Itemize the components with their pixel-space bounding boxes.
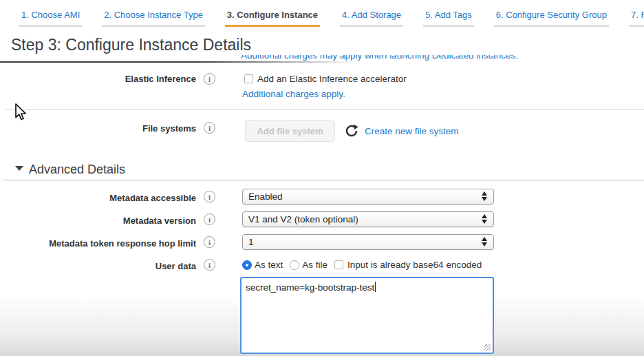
select-stepper-icon: [482, 237, 487, 247]
user-data-text: secret_name=kg-bootstrap-test: [246, 282, 374, 293]
row-divider: [6, 109, 644, 110]
additional-charges-link[interactable]: Additional charges apply.: [242, 89, 345, 99]
tab-add-storage[interactable]: 4. Add Storage: [340, 10, 403, 27]
wizard-header: 1. Choose AMI 2. Choose Instance Type 3.…: [0, 0, 644, 55]
elastic-inference-checkbox[interactable]: [244, 74, 253, 83]
metadata-version-select[interactable]: V1 and V2 (token optional): [242, 211, 494, 227]
tab-add-storage-label: 4. Add Storage: [342, 10, 401, 20]
tab-configure-instance[interactable]: 3. Configure Instance: [225, 10, 320, 27]
user-data-label: User data: [0, 261, 196, 271]
tab-choose-ami[interactable]: 1. Choose AMI: [19, 10, 82, 27]
mouse-pointer-icon: [14, 103, 28, 125]
tab-configure-security-group-label: 6. Configure Security Group: [496, 10, 607, 20]
user-data-info-icon[interactable]: i: [204, 259, 215, 271]
tab-add-tags-label: 5. Add Tags: [425, 10, 472, 20]
select-stepper-icon: [482, 214, 487, 224]
as-text-radio[interactable]: [242, 260, 252, 270]
metadata-version-label: Metadata version: [0, 216, 196, 226]
metadata-accessible-info-icon[interactable]: i: [204, 191, 215, 202]
page-title: Step 3: Configure Instance Details: [11, 36, 251, 54]
metadata-accessible-value: Enabled: [248, 191, 283, 202]
as-file-radio-label: As file: [302, 260, 328, 270]
tab-configure-security-group[interactable]: 6. Configure Security Group: [494, 10, 609, 27]
tab-choose-ami-label: 1. Choose AMI: [21, 10, 80, 20]
metadata-hop-limit-info-icon[interactable]: i: [204, 236, 215, 248]
metadata-version-info-icon[interactable]: i: [204, 213, 215, 225]
metadata-accessible-select[interactable]: Enabled: [242, 189, 494, 205]
create-new-file-system-link[interactable]: Create new file system: [365, 126, 459, 136]
add-file-system-button[interactable]: Add file system: [245, 120, 335, 142]
as-text-radio-label: As text: [255, 260, 283, 270]
file-systems-info-icon[interactable]: i: [204, 122, 215, 134]
elastic-inference-label: Elastic Inference: [0, 74, 196, 84]
tab-review[interactable]: 7. Review: [629, 10, 644, 27]
metadata-accessible-label: Metadata accessible: [0, 193, 196, 203]
refresh-icon[interactable]: [345, 124, 358, 140]
user-data-textarea[interactable]: secret_name=kg-bootstrap-test: [240, 277, 494, 354]
tab-configure-instance-label: 3. Configure Instance: [227, 10, 318, 20]
elastic-inference-info-icon[interactable]: i: [204, 73, 215, 85]
ec2-launch-wizard-page: Additional charges may apply when launch…: [0, 0, 644, 356]
advanced-details-collapse-icon[interactable]: [15, 166, 23, 171]
metadata-hop-limit-select[interactable]: 1: [242, 234, 494, 250]
tab-review-label: 7. Review: [631, 10, 644, 20]
wizard-step-tabs: 1. Choose AMI 2. Choose Instance Type 3.…: [0, 0, 644, 27]
title-divider-line: [0, 61, 358, 63]
advanced-details-header[interactable]: Advanced Details: [29, 163, 125, 177]
tab-choose-instance-type[interactable]: 2. Choose Instance Type: [102, 10, 205, 27]
tab-choose-instance-type-label: 2. Choose Instance Type: [104, 10, 203, 20]
file-systems-label: File systems: [0, 123, 196, 134]
metadata-hop-limit-value: 1: [248, 237, 254, 247]
base64-encoded-checkbox-label: Input is already base64 encoded: [347, 260, 482, 270]
select-stepper-icon: [482, 191, 487, 201]
text-caret: [375, 282, 376, 292]
metadata-hop-limit-label: Metadata token response hop limit: [0, 238, 196, 249]
textarea-resize-handle[interactable]: [484, 344, 491, 351]
elastic-inference-checkbox-label: Add an Elastic Inference accelerator: [257, 74, 407, 84]
as-file-radio[interactable]: [290, 260, 299, 270]
section-divider: [3, 180, 644, 180]
metadata-version-value: V1 and V2 (token optional): [248, 214, 358, 224]
base64-encoded-checkbox[interactable]: [334, 260, 343, 269]
tab-add-tags[interactable]: 5. Add Tags: [423, 10, 474, 27]
